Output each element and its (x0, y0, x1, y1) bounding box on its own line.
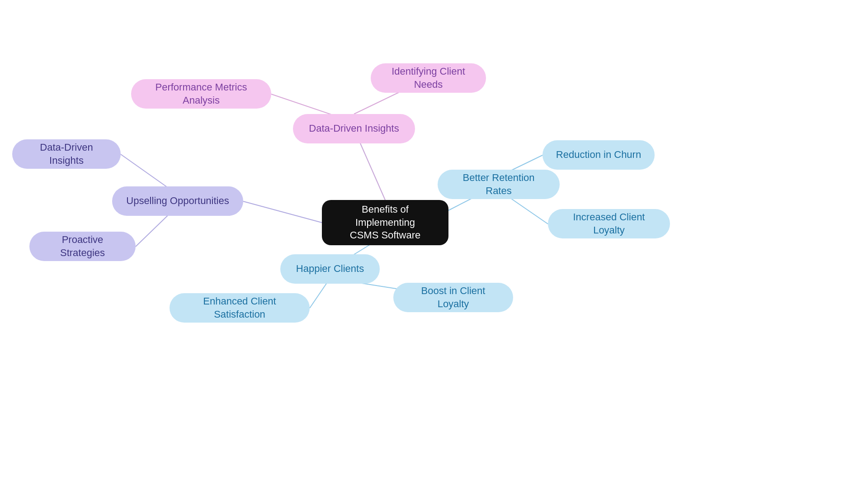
data-driven-insights-pink-node: Data-Driven Insights (293, 114, 415, 143)
enhanced-client-satisfaction-node: Enhanced Client Satisfaction (170, 293, 310, 323)
happier-clients-label: Happier Clients (296, 262, 364, 276)
better-retention-rates-label: Better Retention Rates (450, 171, 547, 197)
reduction-in-churn-node: Reduction in Churn (542, 140, 655, 170)
boost-in-client-loyalty-label: Boost in Client Loyalty (406, 285, 500, 310)
data-driven-insights-pink-label: Data-Driven Insights (309, 122, 399, 135)
upselling-opportunities-node: Upselling Opportunities (112, 186, 243, 216)
proactive-strategies-label: Proactive Strategies (42, 233, 123, 259)
data-driven-insights-lav-label: Data-Driven Insights (25, 141, 108, 167)
performance-metrics-analysis-label: Performance Metrics Analysis (144, 81, 259, 107)
data-driven-insights-lav-node: Data-Driven Insights (12, 139, 121, 169)
identifying-client-needs-label: Identifying Client Needs (383, 65, 473, 91)
center-label: Benefits of Implementing CSMS Software (335, 203, 436, 242)
increased-client-loyalty-label: Increased Client Loyalty (561, 211, 657, 237)
boost-in-client-loyalty-node: Boost in Client Loyalty (393, 283, 513, 312)
proactive-strategies-node: Proactive Strategies (29, 232, 136, 261)
center-node: Benefits of Implementing CSMS Software (322, 200, 448, 245)
better-retention-rates-node: Better Retention Rates (438, 170, 560, 199)
increased-client-loyalty-node: Increased Client Loyalty (548, 209, 670, 238)
reduction-in-churn-label: Reduction in Churn (556, 148, 641, 162)
upselling-label: Upselling Opportunities (126, 195, 229, 208)
svg-line-3 (243, 201, 322, 223)
happier-clients-node: Happier Clients (280, 254, 380, 284)
performance-metrics-analysis-node: Performance Metrics Analysis (131, 79, 271, 109)
identifying-client-needs-node: Identifying Client Needs (371, 63, 486, 93)
enhanced-client-satisfaction-label: Enhanced Client Satisfaction (182, 295, 297, 321)
